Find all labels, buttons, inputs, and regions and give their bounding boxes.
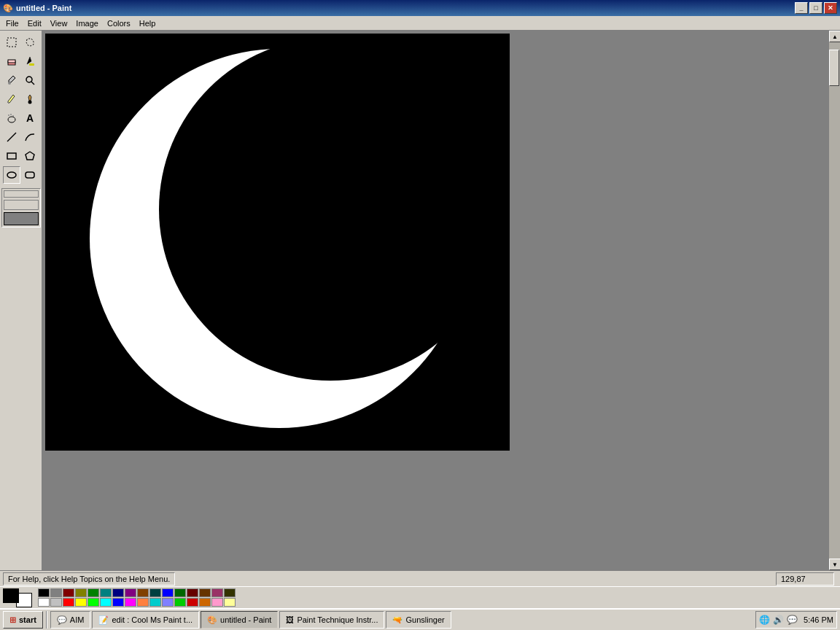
coords-section: 129,87: [776, 572, 834, 586]
color-swatch[interactable]: [38, 598, 50, 607]
color-swatch[interactable]: [149, 598, 161, 607]
tool-row-line: [3, 128, 39, 146]
color-swatch[interactable]: [149, 588, 161, 597]
color-swatch[interactable]: [187, 588, 198, 597]
tool-row-ellipse: [3, 166, 39, 184]
start-label: start: [19, 615, 36, 624]
scroll-down-button[interactable]: ▼: [829, 559, 840, 570]
color-swatch[interactable]: [211, 598, 223, 607]
scroll-up-button[interactable]: ▲: [829, 31, 840, 42]
minimize-button[interactable]: _: [795, 2, 808, 14]
rounded-rect-tool[interactable]: [21, 166, 39, 184]
menu-image[interactable]: Image: [71, 18, 103, 29]
color-swatch[interactable]: [224, 598, 236, 607]
tool-row-rect: [3, 147, 39, 165]
color-swatch[interactable]: [125, 598, 136, 607]
option-medium[interactable]: [4, 200, 39, 210]
color-swatch[interactable]: [174, 598, 186, 607]
taskbar: ⊞ start 💬 AIM 📝 edit : Cool Ms Paint t..…: [0, 608, 840, 630]
ellipse-tool[interactable]: [3, 166, 20, 184]
color-swatch[interactable]: [100, 598, 112, 607]
title-left: 🎨 untitled - Paint: [3, 4, 71, 13]
pencil-tool[interactable]: [3, 90, 20, 108]
eraser-tool[interactable]: [3, 52, 20, 70]
color-swatch[interactable]: [162, 588, 174, 597]
start-button[interactable]: ⊞ start: [3, 611, 43, 629]
foreground-color-swatch[interactable]: [3, 588, 19, 603]
eyedropper-tool[interactable]: [3, 71, 20, 89]
line-tool[interactable]: [3, 128, 20, 146]
palette-row-1: [38, 588, 236, 597]
airbrush-tool[interactable]: [3, 109, 20, 127]
color-swatch[interactable]: [174, 588, 186, 597]
taskbar-divider: [46, 611, 47, 629]
svg-point-4: [8, 82, 11, 85]
text-tool[interactable]: A: [21, 109, 39, 127]
color-swatch[interactable]: [137, 588, 149, 597]
scroll-track[interactable]: [829, 42, 840, 559]
color-swatch[interactable]: [63, 588, 74, 597]
svg-point-10: [10, 114, 12, 115]
brush-tool[interactable]: [21, 90, 39, 108]
svg-point-14: [7, 172, 16, 178]
paint-label: untitled - Paint: [220, 615, 271, 624]
polygon-tool[interactable]: [21, 147, 39, 165]
color-swatch[interactable]: [63, 598, 74, 607]
menu-file[interactable]: File: [1, 18, 23, 29]
canvas-area[interactable]: [42, 31, 828, 570]
color-swatch[interactable]: [137, 598, 149, 607]
taskbar-edit[interactable]: 📝 edit : Cool Ms Paint t...: [92, 611, 199, 629]
color-swatch[interactable]: [38, 588, 50, 597]
taskbar-aim[interactable]: 💬 AIM: [50, 611, 91, 629]
option-thin[interactable]: [4, 190, 39, 198]
color-swatch[interactable]: [162, 598, 174, 607]
title-buttons: _ □ ✕: [795, 2, 837, 14]
color-swatch[interactable]: [211, 588, 223, 597]
color-swatch[interactable]: [125, 588, 136, 597]
svg-point-11: [12, 115, 14, 117]
color-swatch[interactable]: [88, 588, 99, 597]
gunslinger-label: Gunslinger: [405, 615, 444, 624]
color-swatch[interactable]: [112, 588, 124, 597]
curve-tool[interactable]: [21, 128, 39, 146]
color-swatch[interactable]: [50, 588, 62, 597]
tool-row-eyedropper: [3, 71, 39, 89]
taskbar-paint[interactable]: 🎨 untitled - Paint: [201, 611, 278, 629]
menu-edit[interactable]: Edit: [23, 18, 46, 29]
color-swatch[interactable]: [112, 598, 124, 607]
color-palette: [38, 588, 236, 607]
select-rect-tool[interactable]: [3, 34, 20, 51]
color-swatch[interactable]: [50, 598, 62, 607]
color-swatch[interactable]: [100, 588, 112, 597]
select-free-tool[interactable]: [21, 34, 39, 51]
menu-colors[interactable]: Colors: [103, 18, 135, 29]
rect-tool[interactable]: [3, 147, 20, 165]
close-button[interactable]: ✕: [824, 2, 837, 14]
internet-icon: 🌐: [759, 615, 770, 625]
technique-label: Paint Technique Instr...: [297, 615, 378, 624]
window-title: untitled - Paint: [16, 4, 71, 12]
color-swatch[interactable]: [187, 598, 198, 607]
maximize-button[interactable]: □: [809, 2, 822, 14]
color-swatch[interactable]: [199, 598, 211, 607]
help-text: For Help, click Help Topics on the Help …: [8, 575, 170, 583]
menu-view[interactable]: View: [46, 18, 72, 29]
menu-help[interactable]: Help: [135, 18, 160, 29]
color-swatch[interactable]: [75, 588, 87, 597]
color-swatch[interactable]: [88, 598, 99, 607]
edit-label: edit : Cool Ms Paint t...: [112, 615, 192, 624]
svg-line-6: [31, 82, 34, 85]
option-thick[interactable]: [4, 212, 39, 225]
coordinates: 129,87: [781, 575, 806, 583]
clock: 5:46 PM: [804, 615, 833, 624]
taskbar-technique[interactable]: 🖼 Paint Technique Instr...: [279, 611, 384, 629]
scroll-thumb[interactable]: [829, 50, 839, 86]
paint-canvas[interactable]: [45, 34, 510, 451]
zoom-tool[interactable]: [21, 71, 39, 89]
svg-point-5: [26, 77, 32, 82]
color-swatch[interactable]: [75, 598, 87, 607]
taskbar-gunslinger[interactable]: 🔫 Gunslinger: [386, 611, 451, 629]
color-swatch[interactable]: [199, 588, 211, 597]
color-swatch[interactable]: [224, 588, 236, 597]
fill-tool[interactable]: [21, 52, 39, 70]
